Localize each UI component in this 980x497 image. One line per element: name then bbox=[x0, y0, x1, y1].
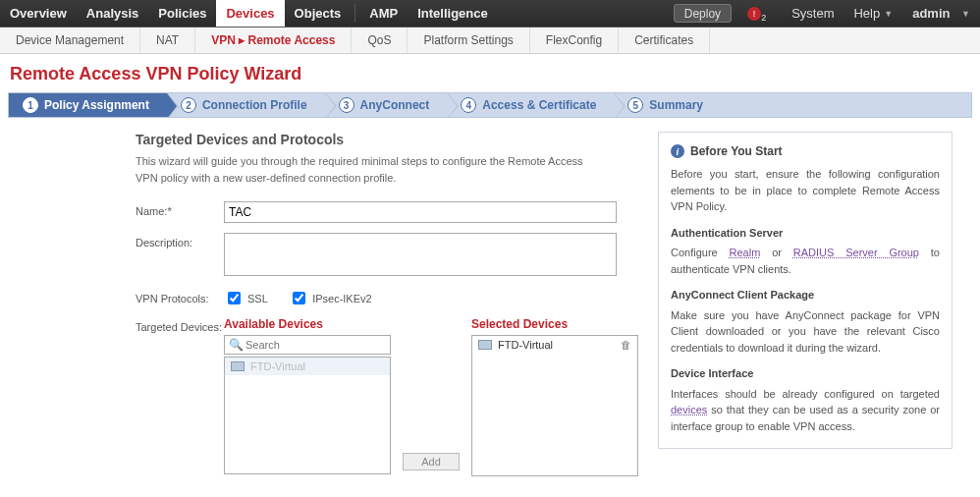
subnav-device-management[interactable]: Device Management bbox=[0, 28, 140, 53]
selected-devices-header: Selected Devices bbox=[471, 317, 638, 331]
page-title: Remote Access VPN Policy Wizard bbox=[8, 58, 972, 92]
deploy-button[interactable]: Deploy bbox=[674, 4, 732, 23]
alert-badge-icon: ! bbox=[747, 7, 761, 21]
device-icon bbox=[231, 361, 245, 371]
name-label: Name:* bbox=[136, 201, 224, 223]
wizard-steps: 1Policy Assignment 2Connection Profile 3… bbox=[8, 92, 972, 118]
selected-devices-list[interactable]: FTD-Virtual 🗑 bbox=[471, 335, 638, 476]
nav-help[interactable]: Help▼ bbox=[844, 0, 902, 27]
anyconnect-header: AnyConnect Client Package bbox=[671, 287, 940, 304]
before-you-start-panel: i Before You Start Before you start, ens… bbox=[658, 132, 953, 449]
description-input[interactable] bbox=[224, 233, 617, 276]
ssl-checkbox[interactable] bbox=[228, 292, 241, 304]
search-icon: 🔍 bbox=[229, 338, 244, 352]
nav-objects[interactable]: Objects bbox=[285, 0, 352, 27]
top-nav: Overview Analysis Policies Devices Objec… bbox=[0, 0, 980, 28]
ipsec-checkbox-wrap[interactable]: IPsec-IKEv2 bbox=[289, 289, 372, 307]
sidebox-title: Before You Start bbox=[690, 142, 783, 160]
available-devices-header: Available Devices bbox=[224, 317, 391, 331]
subnav-certificates[interactable]: Certificates bbox=[619, 28, 710, 53]
section-title: Targeted Devices and Protocols bbox=[136, 132, 638, 147]
primary-menu: Overview Analysis Policies Devices Objec… bbox=[0, 0, 498, 27]
sub-nav: Device Management NAT VPN ▸ Remote Acces… bbox=[0, 28, 980, 54]
subnav-platform-settings[interactable]: Platform Settings bbox=[408, 28, 529, 53]
nav-devices[interactable]: Devices bbox=[216, 0, 284, 27]
vpn-protocols-label: VPN Protocols: bbox=[136, 289, 224, 307]
section-description: This wizard will guide you through the r… bbox=[136, 153, 607, 186]
auth-server-header: Authentication Server bbox=[671, 225, 940, 242]
list-item[interactable]: FTD-Virtual 🗑 bbox=[472, 336, 637, 354]
add-button[interactable]: Add bbox=[403, 453, 460, 470]
nav-intelligence[interactable]: Intelligence bbox=[408, 0, 498, 27]
device-interface-header: Device Interface bbox=[671, 365, 940, 382]
subnav-qos[interactable]: QoS bbox=[352, 28, 408, 53]
wizard-step-access-certificate[interactable]: 4Access & Certificate bbox=[447, 93, 614, 117]
description-label: Description: bbox=[136, 233, 224, 279]
ipsec-checkbox[interactable] bbox=[293, 292, 305, 304]
wizard-step-summary[interactable]: 5Summary bbox=[614, 93, 721, 117]
nav-system[interactable]: System bbox=[782, 0, 844, 27]
name-input[interactable] bbox=[224, 201, 617, 223]
alerts-indicator[interactable]: ! 2 bbox=[737, 0, 782, 27]
targeted-devices-label: Targeted Devices: bbox=[136, 317, 224, 333]
device-interface-text: Interfaces should be already configured … bbox=[671, 386, 940, 435]
subnav-flexconfig[interactable]: FlexConfig bbox=[530, 28, 619, 53]
list-item: FTD-Virtual bbox=[225, 358, 390, 375]
alert-count: 2 bbox=[761, 13, 766, 23]
chevron-down-icon: ▼ bbox=[961, 9, 970, 19]
subnav-nat[interactable]: NAT bbox=[140, 28, 195, 53]
available-search[interactable]: 🔍 bbox=[224, 335, 391, 355]
devices-link[interactable]: devices bbox=[671, 404, 707, 415]
available-search-input[interactable] bbox=[244, 338, 386, 352]
anyconnect-text: Make sure you have AnyConnect package fo… bbox=[671, 307, 940, 357]
nav-analysis[interactable]: Analysis bbox=[77, 0, 148, 27]
sidebox-intro: Before you start, ensure the following c… bbox=[671, 166, 940, 215]
available-devices-list[interactable]: FTD-Virtual bbox=[224, 357, 391, 474]
info-icon: i bbox=[671, 144, 684, 158]
radius-link[interactable]: RADIUS Server Group bbox=[793, 247, 919, 258]
realm-link[interactable]: Realm bbox=[730, 247, 761, 258]
auth-server-text: Configure Realm or RADIUS Server Group t… bbox=[671, 245, 940, 277]
remove-icon[interactable]: 🗑 bbox=[621, 339, 631, 351]
nav-user[interactable]: admin ▼ bbox=[902, 0, 980, 27]
wizard-step-policy-assignment[interactable]: 1Policy Assignment bbox=[9, 93, 167, 117]
wizard-step-connection-profile[interactable]: 2Connection Profile bbox=[167, 93, 325, 117]
nav-policies[interactable]: Policies bbox=[148, 0, 216, 27]
ssl-checkbox-wrap[interactable]: SSL bbox=[224, 289, 268, 307]
device-icon bbox=[478, 340, 492, 350]
nav-amp[interactable]: AMP bbox=[359, 0, 408, 27]
wizard-step-anyconnect[interactable]: 3AnyConnect bbox=[325, 93, 448, 117]
nav-overview[interactable]: Overview bbox=[0, 0, 77, 27]
subnav-vpn-remote-access[interactable]: VPN ▸ Remote Access bbox=[195, 28, 352, 53]
chevron-down-icon: ▼ bbox=[884, 9, 893, 19]
